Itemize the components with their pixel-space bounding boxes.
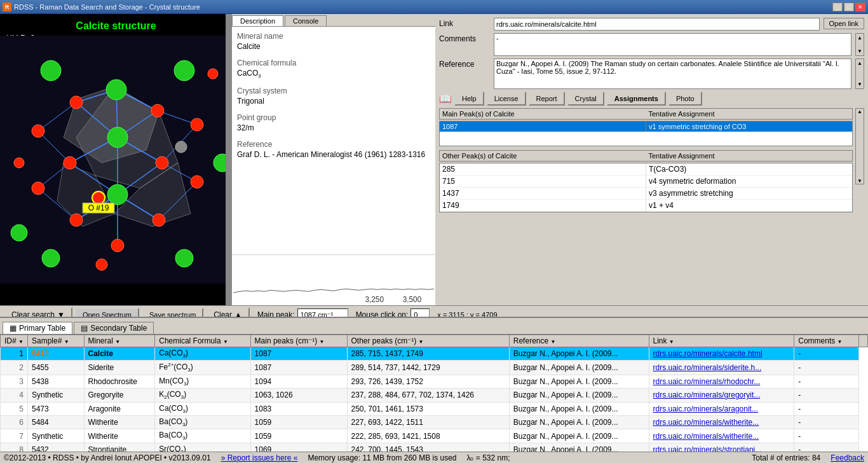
open-link-button[interactable]: Open link <box>824 18 864 29</box>
table-row[interactable]: 7 Synthetic Witherite Ba(CO3) 1059 222, … <box>1 429 868 443</box>
data-table: ID# ▼ Sample# ▼ Mineral ▼ Chemical Formu… <box>0 335 868 463</box>
crystal-button[interactable]: Crystal <box>567 92 604 106</box>
other-peak-row: 285T(Ca-CO3) <box>440 163 852 176</box>
license-button[interactable]: License <box>487 92 526 106</box>
crystal-system-value: Trigonal <box>237 97 430 106</box>
cell-id: 4 <box>1 389 28 402</box>
spectrum-area[interactable]: 3,250 3,500 <box>232 254 435 305</box>
cell-other-peaks: 285, 715, 1437, 1749 <box>347 347 509 361</box>
reference-textarea[interactable]: Buzgar N., Apopei A. I. (2009) The Raman… <box>494 59 851 89</box>
cell-comments: - <box>794 347 859 361</box>
col-header-mineral[interactable]: Mineral ▼ <box>84 335 155 347</box>
table-row[interactable]: 6 5484 Witherite Ba(CO3) 1059 227, 693, … <box>1 415 868 429</box>
cell-comments: - <box>794 415 859 429</box>
maximize-button[interactable]: □ <box>844 3 854 11</box>
bottom-section: ▦ Primary Table ▤ Secondary Table ID# ▼ … <box>0 317 868 463</box>
assignments-button[interactable]: Assignments <box>607 92 666 106</box>
issues-link[interactable]: » Report issues here « <box>221 453 298 462</box>
report-button[interactable]: Report <box>529 92 565 106</box>
svg-point-43 <box>174 60 194 81</box>
col-header-id[interactable]: ID# ▼ <box>1 335 28 347</box>
cell-link[interactable]: rdrs.uaic.ro/minerals/siderite.h... <box>649 361 794 375</box>
cell-main-peaks: 1087 <box>250 347 347 361</box>
svg-text:O #19: O #19 <box>88 204 109 212</box>
peaks-scroll-up[interactable]: ▲ <box>857 109 862 114</box>
link-input[interactable] <box>494 18 820 31</box>
svg-point-39 <box>208 69 218 79</box>
drag-handle[interactable] <box>226 14 232 305</box>
cell-link[interactable]: rdrs.uaic.ro/minerals/witherite... <box>649 415 794 429</box>
help-button[interactable]: Help <box>454 92 484 106</box>
cell-sample: 5484 <box>27 415 84 429</box>
right-panel: Link Open link Comments - ▲ ▼ Reference … <box>435 14 868 305</box>
table-row[interactable]: 2 5455 Siderite Fe2+(CO3) 1087 289, 514,… <box>1 361 868 375</box>
comments-textarea[interactable]: - <box>494 33 851 56</box>
cell-other-peaks: 222, 285, 693, 1421, 1508 <box>347 429 509 443</box>
col-header-reference[interactable]: Reference ▼ <box>509 335 649 347</box>
point-group-value: 32/m <box>237 123 430 132</box>
cell-sample: Synthetic <box>27 389 84 402</box>
cell-mineral: Siderite <box>84 361 155 375</box>
point-group-label: Point group <box>237 113 430 122</box>
cell-main-peaks: 1094 <box>250 375 347 388</box>
cell-other-peaks: 227, 693, 1422, 1511 <box>347 415 509 429</box>
data-table-wrapper[interactable]: ID# ▼ Sample# ▼ Mineral ▼ Chemical Formu… <box>0 335 868 463</box>
table-row[interactable]: 1 5413 Calcite Ca(CO3) 1087 285, 715, 14… <box>1 347 868 361</box>
svg-point-45 <box>42 249 60 267</box>
chemical-formula-label: Chemical formula <box>237 59 430 67</box>
table-row[interactable]: 5 5473 Aragonite Ca(CO3) 1083 250, 701, … <box>1 402 868 415</box>
col-header-other-peaks[interactable]: Other peaks (cm⁻¹) ▼ <box>347 335 509 347</box>
photo-button[interactable]: Photo <box>668 92 702 106</box>
memory-text: Memory usage: 11 MB from 260 MB is used <box>308 453 456 462</box>
svg-point-27 <box>151 104 164 117</box>
table-body: 1 5413 Calcite Ca(CO3) 1087 285, 715, 14… <box>1 347 868 464</box>
table-row[interactable]: 4 Synthetic Gregoryite K2(CO3) 1063, 102… <box>1 389 868 402</box>
window-title: RDSS - Raman Data Search and Storage - C… <box>14 3 200 11</box>
cell-link[interactable]: rdrs.uaic.ro/minerals/calcite.html <box>649 347 794 361</box>
description-content: Mineral name Calcite Chemical formula Ca… <box>232 27 435 254</box>
cell-link[interactable]: rdrs.uaic.ro/minerals/witherite... <box>649 429 794 443</box>
tab-console[interactable]: Console <box>285 15 327 26</box>
svg-point-41 <box>107 127 128 148</box>
svg-point-48 <box>11 225 27 241</box>
cell-id: 7 <box>1 429 28 443</box>
svg-point-36 <box>14 158 24 168</box>
status-bar: ©2012-2013 • RDSS • by Andrei Ionut APOP… <box>0 452 868 463</box>
col-header-sample[interactable]: Sample# ▼ <box>27 335 84 347</box>
svg-point-37 <box>111 239 124 252</box>
minimize-button[interactable]: _ <box>832 3 843 11</box>
feedback-link[interactable]: Feedback <box>831 453 864 462</box>
cell-sample: 5473 <box>27 402 84 415</box>
tab-secondary-table[interactable]: ▤ Secondary Table <box>74 322 154 334</box>
svg-point-29 <box>156 156 168 169</box>
svg-point-30 <box>70 214 83 226</box>
title-bar: R RDSS - Raman Data Search and Storage -… <box>0 0 868 14</box>
cell-comments: - <box>794 375 859 388</box>
tab-primary-table[interactable]: ▦ Primary Table <box>3 322 72 334</box>
crystal-system-label: Crystal system <box>237 86 430 95</box>
table-row[interactable]: 3 5438 Rhodochrosite Mn(CO3) 1094 293, 7… <box>1 375 868 388</box>
svg-point-46 <box>175 249 193 267</box>
cell-mineral: Witherite <box>84 415 155 429</box>
cell-main-peaks: 1059 <box>250 429 347 443</box>
close-button[interactable]: ✕ <box>855 3 865 11</box>
cell-link[interactable]: rdrs.uaic.ro/minerals/aragonit... <box>649 402 794 415</box>
comments-row: Comments - ▲ ▼ <box>439 33 864 56</box>
cell-main-peaks: 1083 <box>250 402 347 415</box>
cell-link[interactable]: rdrs.uaic.ro/minerals/rhodochr... <box>649 375 794 388</box>
col-header-link[interactable]: Link ▼ <box>649 335 794 347</box>
col-header-formula[interactable]: Chemical Formula ▼ <box>155 335 250 347</box>
peaks-section: Main Peak(s) of Calcite Tentative Assign… <box>439 108 864 301</box>
col-header-comments[interactable]: Comments ▼ <box>794 335 859 347</box>
cell-formula: K2(CO3) <box>155 389 250 402</box>
secondary-table-icon: ▤ <box>81 324 88 333</box>
tentative-assignment-label: Tentative Assignment <box>646 109 853 119</box>
cell-reference: Buzgar N., Apopei A. I. (2009... <box>509 389 649 402</box>
col-header-main-peaks[interactable]: Main peaks (cm⁻¹) ▼ <box>250 335 347 347</box>
tab-description[interactable]: Description <box>232 15 283 26</box>
cell-link[interactable]: rdrs.uaic.ro/minerals/gregoryit... <box>649 389 794 402</box>
table-tabs: ▦ Primary Table ▤ Secondary Table <box>0 318 868 335</box>
svg-point-49 <box>175 141 187 153</box>
cell-mineral: Aragonite <box>84 402 155 415</box>
peaks-scroll-down[interactable]: ▼ <box>857 178 862 184</box>
